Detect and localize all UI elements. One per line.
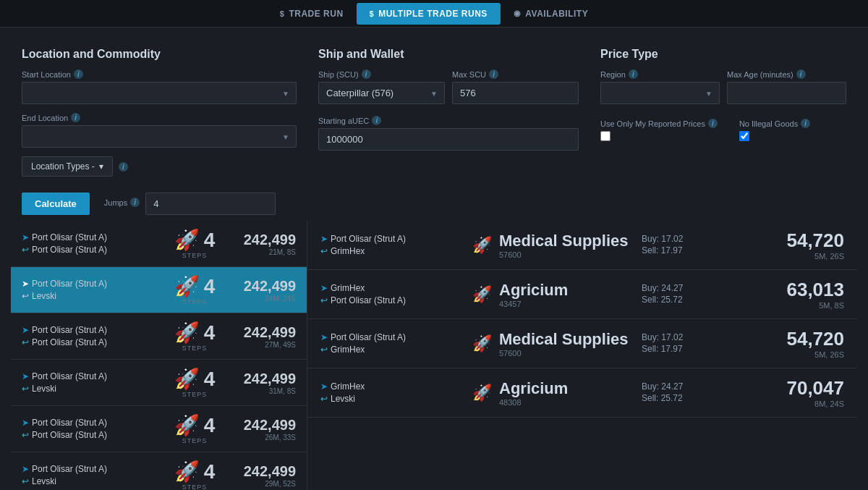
rocket-icon: 🚀 [174, 321, 200, 345]
starting-auec-input[interactable] [318, 128, 579, 151]
route-to-arrow-icon: ↩ [22, 245, 29, 255]
rocket-icon: 🚀 [174, 228, 200, 252]
commodity-rocket-icon: 🚀 [472, 236, 492, 255]
no-illegal-label: No Illegal Goods i [739, 119, 810, 128]
trade-profit-num: 54,720 [765, 229, 844, 252]
starting-auec-info-icon[interactable]: i [372, 116, 381, 125]
route-item[interactable]: ➤ Port Olisar (Strut A) ↩ Levski 🚀 4 STE… [11, 267, 307, 313]
profit-time: 31M, 8S [224, 387, 296, 395]
trade-profit: 54,720 5M, 26S [765, 328, 844, 359]
no-illegal-checkbox[interactable] [739, 131, 749, 141]
jumps-input[interactable] [145, 193, 276, 215]
commodity-name: Agricium [499, 281, 568, 300]
profit-num: 242,499 [224, 371, 296, 387]
max-age-label: Max Age (minutes) i [727, 69, 846, 79]
start-location-info-icon[interactable]: i [74, 69, 83, 79]
location-types-button[interactable]: Location Types - ▾ [22, 156, 113, 177]
region-maxage-row: Region i ▼ Max Age (minutes) i [600, 69, 846, 113]
steps-num: 🚀 4 [166, 228, 224, 252]
end-location-info-icon[interactable]: i [71, 113, 80, 122]
sell-price-row: Sell: 25.72 [642, 393, 757, 403]
route-to-arrow-icon: ↩ [22, 291, 29, 301]
trade-prices: Buy: 17.02 Sell: 17.97 [642, 234, 757, 257]
location-types-chevron-icon: ▾ [99, 161, 103, 172]
use-reported-checkbox[interactable] [600, 131, 610, 141]
route-to: ↩ Levski [22, 384, 166, 394]
commodity-qty: 43457 [499, 300, 568, 308]
trade-locations: ➤ Port Olisar (Strut A) ↩ GrimHex [320, 332, 465, 355]
ship-wallet-panel: Ship and Wallet Ship (SCU) i Caterpillar… [307, 41, 590, 184]
top-nav: $ TRADE RUN $ MULTIPLE TRADE RUNS ◉ AVAI… [0, 0, 868, 28]
commodity-info: Agricium 48308 [499, 379, 568, 407]
ship-scu-group: Ship (SCU) i Caterpillar (576) ▼ [318, 69, 445, 113]
profit-time: 27M, 49S [224, 341, 296, 349]
region-select[interactable] [600, 82, 720, 104]
calculate-button[interactable]: Calculate [22, 193, 90, 215]
region-info-icon[interactable]: i [629, 69, 638, 79]
max-age-info-icon[interactable]: i [796, 69, 806, 79]
route-steps: 🚀 4 STEPS [166, 413, 224, 444]
main-content: Location and Commodity Start Location i … [0, 28, 868, 490]
jumps-label: Jumps i [104, 198, 140, 207]
ship-info-icon[interactable]: i [362, 69, 371, 79]
max-scu-input[interactable] [452, 82, 579, 104]
routes-list: ➤ Port Olisar (Strut A) ↩ Port Olisar (S… [11, 221, 307, 490]
trade-locations: ➤ Port Olisar (Strut A) ↩ GrimHex [320, 234, 465, 256]
availability-nav-btn[interactable]: ◉ AVAILABILITY [501, 3, 601, 25]
profit-num: 242,499 [224, 324, 296, 341]
use-reported-info-icon[interactable]: i [708, 119, 718, 128]
location-types-info-icon[interactable]: i [119, 162, 128, 172]
route-item[interactable]: ➤ Port Olisar (Strut A) ↩ Port Olisar (S… [11, 406, 307, 452]
route-to: ↩ Levski [22, 476, 166, 486]
max-scu-info-icon[interactable]: i [489, 69, 498, 79]
trade-prices: Buy: 17.02 Sell: 17.97 [642, 332, 757, 355]
route-item[interactable]: ➤ Port Olisar (Strut A) ↩ Levski 🚀 4 STE… [11, 360, 307, 406]
route-locations: ➤ Port Olisar (Strut A) ↩ Levski [22, 371, 166, 394]
max-scu-group: Max SCU i [452, 69, 579, 113]
steps-label: STEPS [166, 252, 224, 259]
rocket-icon: 🚀 [174, 413, 200, 437]
route-locations: ➤ Port Olisar (Strut A) ↩ Port Olisar (S… [22, 325, 166, 347]
trade-run-nav-btn[interactable]: $ TRADE RUN [267, 3, 357, 25]
jumps-info-icon[interactable]: i [130, 198, 140, 207]
route-to: ↩ Port Olisar (Strut A) [22, 337, 166, 347]
trade-from: ➤ GrimHex [320, 381, 465, 392]
route-steps: 🚀 4 STEPS [166, 228, 224, 259]
trade-profit-time: 5M, 8S [765, 301, 844, 310]
starting-auec-label: Starting aUEC i [318, 116, 579, 125]
profit-time: 26M, 33S [224, 434, 296, 442]
trade-to-icon: ↩ [320, 345, 328, 355]
route-from-arrow-icon: ➤ [22, 464, 29, 474]
trade-profit-time: 8M, 24S [765, 400, 844, 408]
route-from: ➤ Port Olisar (Strut A) [22, 279, 166, 289]
profit-time: 29M, 52S [224, 480, 296, 488]
calc-row: Calculate Jumps i [11, 193, 857, 215]
route-steps: 🚀 4 STEPS [166, 321, 224, 352]
trade-from: ➤ Port Olisar (Strut A) [320, 332, 465, 342]
end-location-select[interactable] [22, 125, 297, 148]
use-reported-label: Use Only My Reported Prices i [600, 119, 718, 128]
trade-details: ➤ Port Olisar (Strut A) ↩ GrimHex 🚀 Medi… [307, 221, 857, 490]
buy-price-row: Buy: 24.27 [642, 381, 757, 392]
no-illegal-info-icon[interactable]: i [801, 119, 810, 128]
route-from: ➤ Port Olisar (Strut A) [22, 232, 166, 242]
start-location-select[interactable] [22, 82, 297, 104]
route-item[interactable]: ➤ Port Olisar (Strut A) ↩ Port Olisar (S… [11, 221, 307, 267]
route-item[interactable]: ➤ Port Olisar (Strut A) ↩ Port Olisar (S… [11, 313, 307, 360]
multiple-trade-runs-nav-btn[interactable]: $ MULTIPLE TRADE RUNS [357, 3, 501, 25]
route-item[interactable]: ➤ Port Olisar (Strut A) ↩ Levski 🚀 4 STE… [11, 452, 307, 490]
steps-label: STEPS [166, 437, 224, 444]
trade-profit-num: 54,720 [765, 328, 844, 350]
route-from-arrow-icon: ➤ [22, 279, 29, 289]
profit-time: 21M, 8S [224, 248, 296, 256]
route-profit: 242,499 21M, 8S [224, 232, 296, 256]
dollar-icon-2: $ [370, 9, 375, 18]
ship-select[interactable]: Caterpillar (576) [318, 82, 445, 104]
max-age-input[interactable] [727, 82, 846, 104]
sell-price-row: Sell: 25.72 [642, 295, 757, 305]
route-to-arrow-icon: ↩ [22, 337, 29, 347]
route-from-arrow-icon: ➤ [22, 232, 29, 242]
trade-profit-time: 5M, 26S [765, 252, 844, 261]
trade-commodity: 🚀 Agricium 43457 [472, 281, 634, 308]
ship-scu-label: Ship (SCU) i [318, 69, 445, 79]
